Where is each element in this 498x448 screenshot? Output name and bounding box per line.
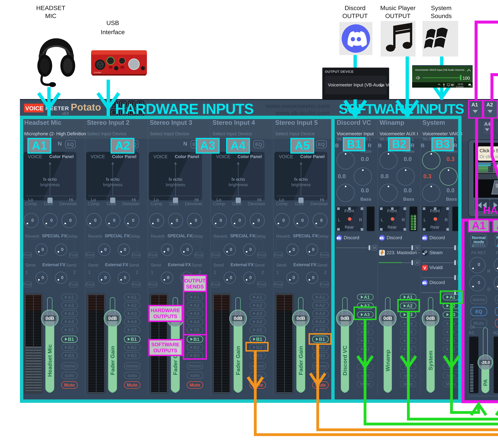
svg-text:Scarlett: Scarlett	[94, 71, 101, 74]
svg-text:2: 2	[471, 85, 471, 87]
